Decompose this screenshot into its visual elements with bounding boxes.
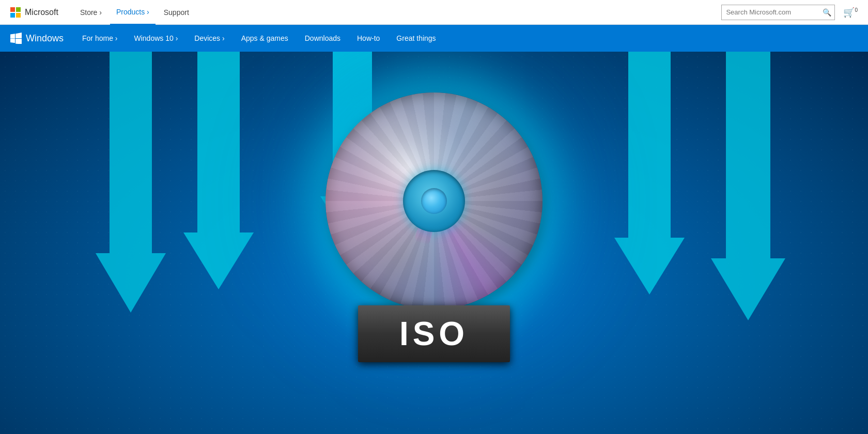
cd-hole [421, 188, 447, 214]
ms-logo-grid [10, 7, 21, 18]
windows-navigation: Windows For home › Windows 10 › Devices … [0, 25, 868, 52]
cart-icon[interactable]: 🛒0 [843, 7, 858, 18]
nav-howto[interactable]: How-to [349, 25, 388, 52]
arrow-2 [183, 52, 254, 289]
search-input[interactable] [722, 8, 819, 16]
windows-logo-icon [10, 33, 22, 44]
store-link[interactable]: Store › [74, 0, 108, 25]
nav-great-things[interactable]: Great things [388, 25, 444, 52]
microsoft-logo[interactable]: Microsoft [10, 7, 58, 18]
nav-for-home[interactable]: For home › [74, 25, 126, 52]
arrow-1 [96, 52, 166, 313]
nav-devices[interactable]: Devices › [186, 25, 233, 52]
windows-nav-links: For home › Windows 10 › Devices › Apps &… [74, 25, 444, 52]
hero-section: ISO [0, 52, 868, 434]
search-box: 🔍 [721, 5, 835, 20]
nav-downloads[interactable]: Downloads [297, 25, 349, 52]
arrow-5 [711, 52, 785, 320]
iso-label: ISO [358, 305, 510, 362]
products-link[interactable]: Products › [110, 0, 156, 25]
top-navigation: Microsoft Store › Products › Support 🔍 🛒… [0, 0, 868, 25]
arrow-4 [614, 52, 685, 295]
nav-windows10[interactable]: Windows 10 › [126, 25, 187, 52]
cd-center [403, 170, 465, 232]
cd-container: ISO [326, 92, 542, 362]
support-link[interactable]: Support [158, 0, 195, 25]
microsoft-logo-text: Microsoft [25, 8, 58, 17]
cart-badge: 0 [855, 7, 858, 13]
windows-logo-text: Windows [26, 33, 64, 44]
top-nav-links: Store › Products › Support [74, 0, 722, 25]
cd-disc [326, 92, 542, 309]
search-button[interactable]: 🔍 [819, 8, 834, 17]
top-nav-right: 🔍 🛒0 [721, 5, 858, 20]
windows-logo[interactable]: Windows [10, 33, 64, 44]
nav-apps-games[interactable]: Apps & games [233, 25, 297, 52]
